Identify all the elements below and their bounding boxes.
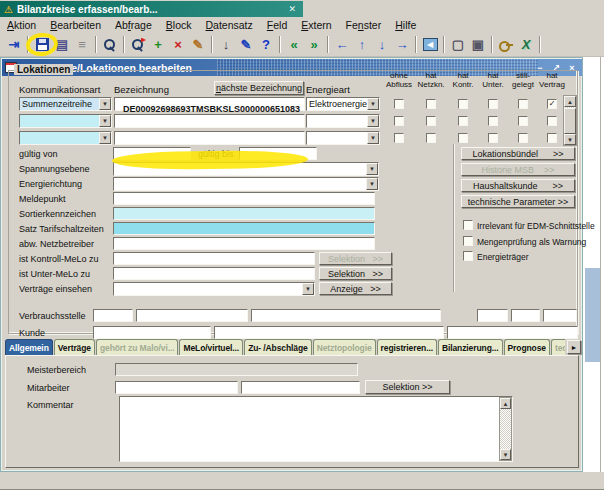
verbrauchsstelle-input-5[interactable] xyxy=(511,309,540,322)
scroll-down-icon[interactable]: ↓ xyxy=(372,35,392,54)
ist-unter-melo-input[interactable] xyxy=(113,267,315,280)
menu-feld[interactable]: Feld xyxy=(267,19,287,31)
scrollbar-up-icon[interactable]: ▲ xyxy=(564,96,576,107)
checkbox-row1-col1[interactable] xyxy=(394,99,404,109)
menu-hilfe[interactable]: Hilfe xyxy=(395,19,416,31)
selektion-mitarbeiter-button[interactable]: Selektion >> xyxy=(365,380,450,394)
checkbox-row2-col2[interactable] xyxy=(426,116,436,126)
scroll-right-icon[interactable]: → xyxy=(392,35,412,54)
menu-aktion[interactable]: Aktion xyxy=(7,19,36,31)
tab-zu-abschläge[interactable]: Zu- /Abschläge xyxy=(244,339,312,355)
verbrauchsstelle-input-2[interactable] xyxy=(136,309,248,322)
tab-bilanzierung[interactable]: Bilanzierung... xyxy=(438,339,503,355)
haushaltskunde-button[interactable]: Haushaltskunde >> xyxy=(461,179,575,192)
tab-melo-virtuel[interactable]: MeLo/virtuel... xyxy=(179,339,243,355)
dropdown-arrow-icon[interactable]: ▼ xyxy=(302,283,314,295)
scrollbar-thumb[interactable] xyxy=(564,108,576,134)
menu-block[interactable]: Block xyxy=(166,19,192,31)
excel-export-icon[interactable]: X xyxy=(516,35,536,54)
bezeichnung-input-row1[interactable]: DE00092698693TMSBKSLS000000651083 xyxy=(114,97,305,111)
checkbox-row2-col3[interactable] xyxy=(458,116,468,126)
technische-parameter-button[interactable]: technische Parameter >> xyxy=(461,195,575,208)
previous-block-icon[interactable]: « xyxy=(284,35,304,54)
kommunikationsart-combo-row2[interactable]: ▼ xyxy=(19,114,112,128)
kommunikationsart-combo-row3[interactable]: ▼ xyxy=(19,131,112,145)
scrollbar-down-icon[interactable]: ▼ xyxy=(564,134,576,145)
scrollbar-down-icon[interactable]: ▼ xyxy=(500,449,511,460)
dropdown-arrow-icon[interactable]: ▼ xyxy=(366,178,378,190)
checkbox-row2-col1[interactable] xyxy=(394,116,404,126)
document-icon[interactable]: ≡ xyxy=(72,35,92,54)
checkbox-row2-col6[interactable] xyxy=(547,116,557,126)
document-tab[interactable]: ⚠ Bilanzkreise erfassen/bearb... ✕ xyxy=(0,1,303,17)
checkbox-row3-col6[interactable] xyxy=(547,133,557,143)
dropdown-arrow-icon[interactable]: ▼ xyxy=(367,115,379,127)
checkbox-energieträger[interactable] xyxy=(463,251,473,261)
anzeige-button[interactable]: Anzeige >> xyxy=(319,282,392,295)
delete-record-icon[interactable]: × xyxy=(168,35,188,54)
scroll-up-icon[interactable]: ↑ xyxy=(352,35,372,54)
duplicate-record-icon[interactable]: ↓ xyxy=(216,35,236,54)
lokationsbuendel-button[interactable]: Lokationsbündel >> xyxy=(461,147,575,160)
kommunikationsart-combo-row1[interactable]: Summenzeitreihe▼ xyxy=(19,97,112,111)
dropdown-arrow-icon[interactable]: ▼ xyxy=(366,163,378,175)
kommentar-scrollbar[interactable]: ▲ ▼ xyxy=(499,397,512,461)
tab-allgemein[interactable]: Allgemein xyxy=(5,339,53,355)
checkbox-row3-col1[interactable] xyxy=(394,133,404,143)
menu-fenster[interactable]: Fenster xyxy=(346,19,382,31)
exit-icon[interactable]: ⇥ xyxy=(4,35,24,54)
next-block-icon[interactable]: » xyxy=(304,35,324,54)
notes-icon[interactable]: ▢ xyxy=(448,35,468,54)
verbrauchsstelle-input-1[interactable] xyxy=(93,309,133,322)
checkbox-row2-col4[interactable] xyxy=(488,116,498,126)
checkbox-row3-col3[interactable] xyxy=(458,133,468,143)
checkbox-mengenprüfung[interactable] xyxy=(463,236,473,246)
verbrauchsstelle-input-3[interactable] xyxy=(251,309,441,322)
mitarbeiter-input-1[interactable] xyxy=(115,381,238,394)
verbrauchsstelle-input-4[interactable] xyxy=(477,309,508,322)
checkbox-row3-col4[interactable] xyxy=(488,133,498,143)
dropdown-arrow-icon[interactable]: ▼ xyxy=(99,98,111,110)
tab-registrieren[interactable]: registrieren... xyxy=(377,339,437,355)
mitarbeiter-input-2[interactable] xyxy=(241,381,360,394)
energieart-combo-row2[interactable]: ▼ xyxy=(306,114,380,128)
vertraege-einsehen-combo[interactable]: ▼ xyxy=(113,282,315,296)
abw-netzbetreiber-input[interactable] xyxy=(113,237,375,250)
dropdown-arrow-icon[interactable]: ▼ xyxy=(367,98,379,110)
bezeichnung-input-row2[interactable] xyxy=(114,114,305,128)
navigate-back-icon[interactable]: ◀ xyxy=(420,35,440,54)
checkbox-row1-col6[interactable]: ✓ xyxy=(547,99,557,109)
verbrauchsstelle-input-6[interactable] xyxy=(543,309,577,322)
dropdown-arrow-icon[interactable]: ▼ xyxy=(367,132,379,144)
bezeichnung-input-row3[interactable] xyxy=(114,131,305,145)
clear-record-icon[interactable]: ✎ xyxy=(188,35,208,54)
energieart-combo-row3[interactable]: ▼ xyxy=(306,131,380,145)
attachments-icon[interactable]: ▣ xyxy=(468,35,488,54)
rows-scrollbar[interactable]: ▲ ▼ xyxy=(563,95,577,146)
kommentar-textarea[interactable]: ▲ ▼ xyxy=(119,396,513,462)
checkbox-row1-col2[interactable] xyxy=(426,99,436,109)
tab-prognose[interactable]: Prognose xyxy=(504,339,550,355)
tab-scroll-right-icon[interactable]: ► xyxy=(567,340,581,354)
key-icon[interactable] xyxy=(496,35,516,54)
energieart-combo-row1[interactable]: Elektroenergie▼ xyxy=(306,97,380,111)
selektion-unter-button[interactable]: Selektion >> xyxy=(319,267,392,280)
ist-kontroll-melo-input[interactable] xyxy=(113,252,315,265)
checkbox-row1-col4[interactable] xyxy=(488,99,498,109)
close-tab-icon[interactable]: ✕ xyxy=(285,4,299,14)
menu-bearbeiten[interactable]: Bearbeiten xyxy=(50,19,101,31)
help-icon[interactable]: ? xyxy=(256,35,276,54)
checkbox-row1-col3[interactable] xyxy=(458,99,468,109)
checkbox-row3-col2[interactable] xyxy=(426,133,436,143)
menu-datensatz[interactable]: Datensatz xyxy=(206,19,253,31)
checkbox-irrelevant[interactable] xyxy=(463,220,473,230)
menu-extern[interactable]: Extern xyxy=(301,19,331,31)
checkbox-row2-col5[interactable] xyxy=(518,116,528,126)
edit-icon[interactable]: ✎ xyxy=(236,35,256,54)
scrollbar-up-icon[interactable]: ▲ xyxy=(500,398,511,409)
search-icon[interactable] xyxy=(100,35,120,54)
tab-verträge[interactable]: Verträge xyxy=(54,339,95,355)
checkbox-row3-col5[interactable] xyxy=(518,133,528,143)
dropdown-arrow-icon[interactable]: ▼ xyxy=(99,115,111,127)
satz-tarifschaltzeiten-input[interactable] xyxy=(113,222,375,235)
